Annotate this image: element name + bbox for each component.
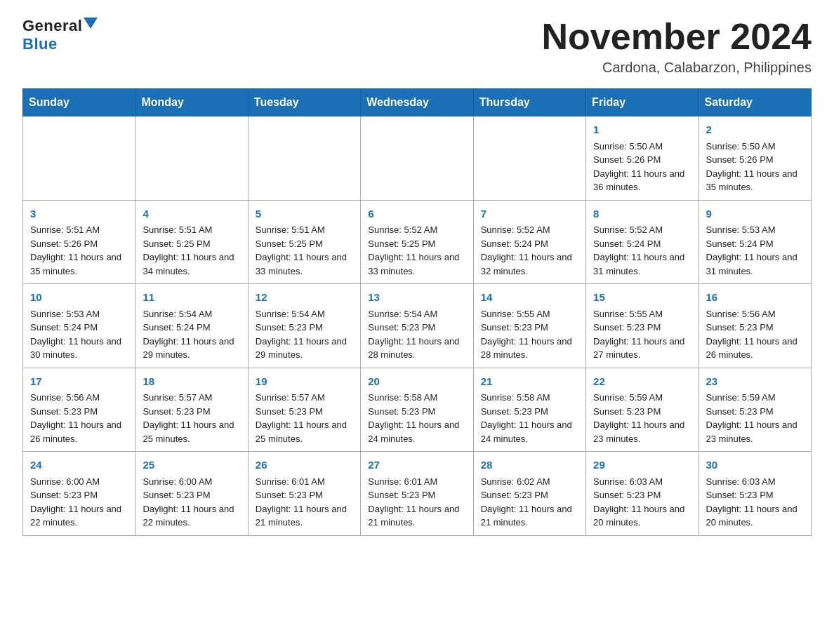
day-of-week-header: Wednesday [361, 89, 473, 116]
calendar-cell: 12Sunrise: 5:54 AMSunset: 5:23 PMDayligh… [248, 284, 360, 368]
calendar-cell [361, 116, 473, 201]
day-number: 5 [256, 206, 353, 222]
logo-blue-text: Blue [22, 35, 58, 53]
day-number: 1 [593, 122, 691, 138]
day-number: 4 [143, 206, 240, 222]
day-number: 24 [30, 457, 128, 474]
day-info: Sunrise: 5:56 AMSunset: 5:23 PMDaylight:… [30, 391, 128, 445]
week-row: 17Sunrise: 5:56 AMSunset: 5:23 PMDayligh… [23, 368, 812, 452]
day-info: Sunrise: 5:52 AMSunset: 5:24 PMDaylight:… [593, 223, 691, 278]
calendar-cell: 7Sunrise: 5:52 AMSunset: 5:24 PMDaylight… [473, 200, 585, 284]
page-header: General Blue November 2024 Cardona, Cala… [22, 17, 812, 76]
day-number: 25 [143, 457, 240, 474]
days-of-week-row: SundayMondayTuesdayWednesdayThursdayFrid… [23, 89, 812, 116]
calendar-cell: 20Sunrise: 5:58 AMSunset: 5:23 PMDayligh… [361, 368, 473, 452]
day-info: Sunrise: 6:00 AMSunset: 5:23 PMDaylight:… [30, 475, 128, 530]
day-number: 19 [256, 374, 353, 390]
calendar-cell: 13Sunrise: 5:54 AMSunset: 5:23 PMDayligh… [361, 284, 473, 368]
day-info: Sunrise: 5:53 AMSunset: 5:24 PMDaylight:… [706, 223, 804, 278]
calendar-cell: 22Sunrise: 5:59 AMSunset: 5:23 PMDayligh… [586, 368, 699, 452]
day-number: 8 [593, 206, 691, 222]
day-of-week-header: Saturday [699, 89, 811, 116]
day-number: 16 [706, 290, 804, 306]
day-info: Sunrise: 5:53 AMSunset: 5:24 PMDaylight:… [30, 307, 128, 362]
calendar-cell: 1Sunrise: 5:50 AMSunset: 5:26 PMDaylight… [586, 116, 699, 201]
day-number: 26 [256, 457, 353, 474]
day-info: Sunrise: 5:57 AMSunset: 5:23 PMDaylight:… [256, 391, 353, 445]
calendar-cell: 4Sunrise: 5:51 AMSunset: 5:25 PMDaylight… [135, 200, 248, 284]
calendar-cell: 8Sunrise: 5:52 AMSunset: 5:24 PMDaylight… [586, 200, 699, 284]
day-info: Sunrise: 5:52 AMSunset: 5:24 PMDaylight:… [481, 223, 578, 278]
calendar-cell: 28Sunrise: 6:02 AMSunset: 5:23 PMDayligh… [473, 452, 585, 536]
day-info: Sunrise: 5:54 AMSunset: 5:24 PMDaylight:… [143, 307, 240, 362]
day-number: 18 [143, 374, 240, 390]
day-number: 10 [30, 290, 128, 306]
day-number: 11 [143, 290, 240, 306]
calendar-cell: 14Sunrise: 5:55 AMSunset: 5:23 PMDayligh… [473, 284, 585, 368]
day-number: 2 [706, 122, 804, 138]
day-number: 14 [481, 290, 578, 306]
day-info: Sunrise: 5:50 AMSunset: 5:26 PMDaylight:… [706, 140, 804, 194]
logo-general-text: General [22, 17, 82, 35]
calendar-cell: 16Sunrise: 5:56 AMSunset: 5:23 PMDayligh… [699, 284, 811, 368]
day-number: 15 [593, 290, 691, 306]
day-info: Sunrise: 5:51 AMSunset: 5:26 PMDaylight:… [30, 223, 128, 278]
day-info: Sunrise: 5:54 AMSunset: 5:23 PMDaylight:… [256, 307, 353, 362]
calendar-cell: 9Sunrise: 5:53 AMSunset: 5:24 PMDaylight… [699, 200, 811, 284]
calendar-cell: 3Sunrise: 5:51 AMSunset: 5:26 PMDaylight… [23, 200, 135, 284]
week-row: 10Sunrise: 5:53 AMSunset: 5:24 PMDayligh… [23, 284, 812, 368]
day-number: 30 [706, 457, 804, 474]
day-number: 7 [481, 206, 578, 222]
day-number: 23 [706, 374, 804, 390]
day-info: Sunrise: 6:03 AMSunset: 5:23 PMDaylight:… [593, 475, 691, 530]
calendar-cell: 17Sunrise: 5:56 AMSunset: 5:23 PMDayligh… [23, 368, 135, 452]
day-number: 17 [30, 374, 128, 390]
calendar-cell [135, 116, 248, 201]
calendar-cell: 2Sunrise: 5:50 AMSunset: 5:26 PMDaylight… [699, 116, 811, 201]
calendar-cell: 10Sunrise: 5:53 AMSunset: 5:24 PMDayligh… [23, 284, 135, 368]
calendar-cell: 26Sunrise: 6:01 AMSunset: 5:23 PMDayligh… [248, 452, 360, 536]
calendar-cell: 27Sunrise: 6:01 AMSunset: 5:23 PMDayligh… [361, 452, 473, 536]
day-of-week-header: Tuesday [248, 89, 360, 116]
week-row: 3Sunrise: 5:51 AMSunset: 5:26 PMDaylight… [23, 200, 812, 284]
calendar-cell: 15Sunrise: 5:55 AMSunset: 5:23 PMDayligh… [586, 284, 699, 368]
day-info: Sunrise: 5:55 AMSunset: 5:23 PMDaylight:… [481, 307, 578, 362]
day-info: Sunrise: 5:57 AMSunset: 5:23 PMDaylight:… [143, 391, 240, 445]
calendar-cell: 21Sunrise: 5:58 AMSunset: 5:23 PMDayligh… [473, 368, 585, 452]
day-number: 3 [30, 206, 128, 222]
day-of-week-header: Monday [135, 89, 248, 116]
title-area: November 2024 Cardona, Calabarzon, Phili… [542, 17, 812, 76]
logo: General Blue [22, 17, 98, 53]
day-info: Sunrise: 5:56 AMSunset: 5:23 PMDaylight:… [706, 307, 804, 362]
calendar-cell: 30Sunrise: 6:03 AMSunset: 5:23 PMDayligh… [699, 452, 811, 536]
week-row: 1Sunrise: 5:50 AMSunset: 5:26 PMDaylight… [23, 116, 812, 201]
calendar-cell [248, 116, 360, 201]
day-number: 13 [368, 290, 465, 306]
calendar-cell: 23Sunrise: 5:59 AMSunset: 5:23 PMDayligh… [699, 368, 811, 452]
calendar-cell: 18Sunrise: 5:57 AMSunset: 5:23 PMDayligh… [135, 368, 248, 452]
calendar-cell: 25Sunrise: 6:00 AMSunset: 5:23 PMDayligh… [135, 452, 248, 536]
day-of-week-header: Sunday [23, 89, 135, 116]
day-number: 27 [368, 457, 465, 474]
logo-triangle-icon [84, 18, 98, 29]
day-info: Sunrise: 5:59 AMSunset: 5:23 PMDaylight:… [593, 391, 691, 445]
day-info: Sunrise: 5:51 AMSunset: 5:25 PMDaylight:… [143, 223, 240, 278]
day-info: Sunrise: 6:01 AMSunset: 5:23 PMDaylight:… [368, 475, 465, 530]
day-of-week-header: Thursday [473, 89, 585, 116]
day-info: Sunrise: 5:55 AMSunset: 5:23 PMDaylight:… [593, 307, 691, 362]
month-title: November 2024 [542, 17, 812, 57]
day-info: Sunrise: 5:52 AMSunset: 5:25 PMDaylight:… [368, 223, 465, 278]
day-number: 12 [256, 290, 353, 306]
calendar-cell [473, 116, 585, 201]
calendar-cell: 5Sunrise: 5:51 AMSunset: 5:25 PMDaylight… [248, 200, 360, 284]
day-info: Sunrise: 6:01 AMSunset: 5:23 PMDaylight:… [256, 475, 353, 530]
day-number: 29 [593, 457, 691, 474]
day-info: Sunrise: 5:54 AMSunset: 5:23 PMDaylight:… [368, 307, 465, 362]
day-info: Sunrise: 6:00 AMSunset: 5:23 PMDaylight:… [143, 475, 240, 530]
day-info: Sunrise: 5:58 AMSunset: 5:23 PMDaylight:… [481, 391, 578, 445]
day-info: Sunrise: 6:03 AMSunset: 5:23 PMDaylight:… [706, 475, 804, 530]
location-subtitle: Cardona, Calabarzon, Philippines [542, 60, 812, 76]
day-info: Sunrise: 5:50 AMSunset: 5:26 PMDaylight:… [593, 140, 691, 194]
calendar-cell: 19Sunrise: 5:57 AMSunset: 5:23 PMDayligh… [248, 368, 360, 452]
day-number: 6 [368, 206, 465, 222]
